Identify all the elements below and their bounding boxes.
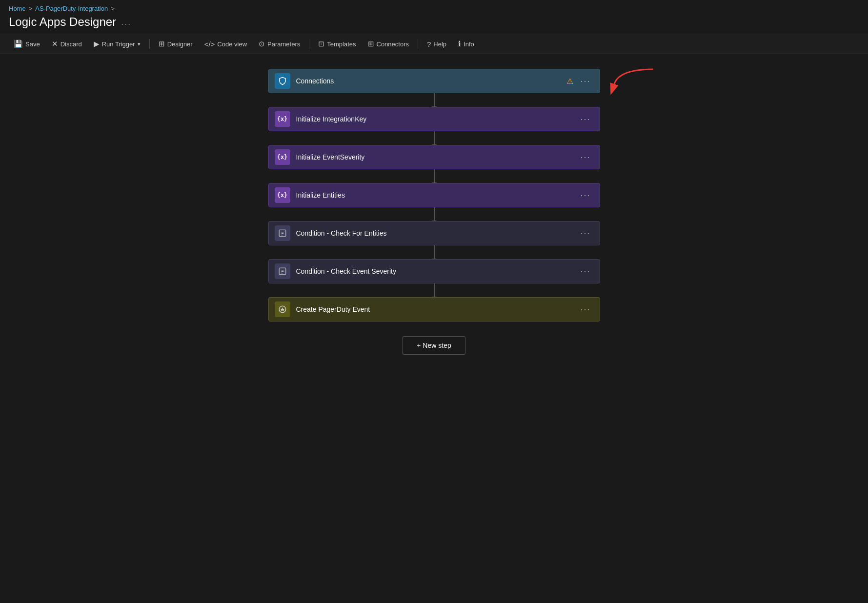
pagerduty-more-button[interactable]: ···	[577, 302, 593, 317]
templates-button[interactable]: ⊡ Templates	[313, 37, 361, 51]
connectors-icon: ⊞	[368, 40, 374, 48]
condition-entities-label: Condition - Check For Entities	[296, 229, 578, 237]
step-pagerduty-event[interactable]: Create PagerDuty Event ···	[268, 297, 600, 322]
warning-icon: ⚠	[566, 77, 573, 86]
step-condition-entities[interactable]: Condition - Check For Entities ···	[268, 221, 600, 245]
variable-icon-2: {x}	[275, 149, 290, 165]
save-button[interactable]: 💾 Save	[9, 37, 45, 51]
code-icon: </>	[204, 40, 215, 48]
discard-icon: ✕	[52, 40, 58, 48]
breadcrumb-app[interactable]: AS-PagerDuty-Integration	[35, 5, 108, 12]
info-icon: ℹ	[458, 40, 461, 48]
designer-button[interactable]: ⊞ Designer	[154, 37, 198, 51]
condition-icon-1	[275, 225, 290, 241]
new-step-button[interactable]: + New step	[403, 336, 465, 355]
step-initialize-integrationkey[interactable]: {x} Initialize IntegrationKey ···	[268, 107, 600, 131]
connections-more-button[interactable]: ···	[577, 74, 593, 88]
condition-entities-more-button[interactable]: ···	[577, 226, 593, 241]
variable-icon-1: {x}	[275, 111, 290, 127]
step-condition-severity[interactable]: Condition - Check Event Severity ···	[268, 259, 600, 283]
canvas: Connections ⚠ ··· {x} Ini	[0, 54, 868, 599]
info-button[interactable]: ℹ Info	[453, 37, 479, 51]
designer-icon: ⊞	[159, 40, 165, 48]
init-eventseverity-label: Initialize EventSeverity	[296, 153, 578, 161]
init-eventseverity-more-button[interactable]: ···	[577, 150, 593, 164]
init-integrationkey-label: Initialize IntegrationKey	[296, 115, 578, 123]
pagerduty-icon	[275, 302, 290, 317]
init-entities-more-button[interactable]: ···	[577, 188, 593, 202]
chevron-down-icon: ▾	[138, 41, 141, 47]
run-icon: ▶	[94, 40, 100, 48]
run-trigger-button[interactable]: ▶ Run Trigger ▾	[89, 37, 145, 51]
toolbar-separator-3	[418, 39, 418, 49]
breadcrumb-home[interactable]: Home	[9, 5, 26, 12]
condition-severity-more-button[interactable]: ···	[577, 264, 593, 279]
arrow-1	[434, 93, 435, 107]
save-icon: 💾	[14, 40, 23, 48]
flow-container: Connections ⚠ ··· {x} Ini	[263, 69, 605, 355]
arrow-4	[434, 207, 435, 221]
templates-icon: ⊡	[318, 40, 324, 48]
breadcrumb-sep1: >	[29, 5, 33, 12]
page-title-bar: Logic Apps Designer ...	[0, 14, 868, 34]
step-connections[interactable]: Connections ⚠ ···	[268, 69, 600, 93]
connectors-button[interactable]: ⊞ Connectors	[363, 37, 414, 51]
step-initialize-entities[interactable]: {x} Initialize Entities ···	[268, 183, 600, 207]
arrow-5	[434, 245, 435, 259]
breadcrumb-sep2: >	[111, 5, 115, 12]
parameters-icon: ⊙	[259, 40, 265, 48]
step-initialize-eventseverity[interactable]: {x} Initialize EventSeverity ···	[268, 145, 600, 169]
condition-severity-label: Condition - Check Event Severity	[296, 267, 578, 275]
title-ellipsis-button[interactable]: ...	[121, 17, 131, 27]
toolbar-separator-1	[149, 39, 150, 49]
page-title: Logic Apps Designer	[9, 15, 116, 29]
parameters-button[interactable]: ⊙ Parameters	[254, 37, 305, 51]
help-icon: ?	[427, 40, 431, 48]
code-view-button[interactable]: </> Code view	[200, 38, 252, 51]
arrow-3	[434, 169, 435, 183]
condition-icon-2	[275, 263, 290, 279]
help-button[interactable]: ? Help	[422, 38, 451, 51]
variable-icon-3: {x}	[275, 187, 290, 203]
toolbar-separator-2	[309, 39, 309, 49]
arrow-6	[434, 283, 435, 297]
arrow-2	[434, 131, 435, 145]
connections-label: Connections	[296, 77, 567, 85]
red-arrow-annotation	[605, 64, 663, 100]
connections-icon	[275, 73, 290, 89]
init-entities-label: Initialize Entities	[296, 191, 578, 199]
breadcrumb: Home > AS-PagerDuty-Integration >	[0, 0, 868, 14]
pagerduty-event-label: Create PagerDuty Event	[296, 305, 578, 313]
toolbar: 💾 Save ✕ Discard ▶ Run Trigger ▾ ⊞ Desig…	[0, 34, 868, 54]
discard-button[interactable]: ✕ Discard	[47, 37, 87, 51]
init-integrationkey-more-button[interactable]: ···	[577, 112, 593, 126]
